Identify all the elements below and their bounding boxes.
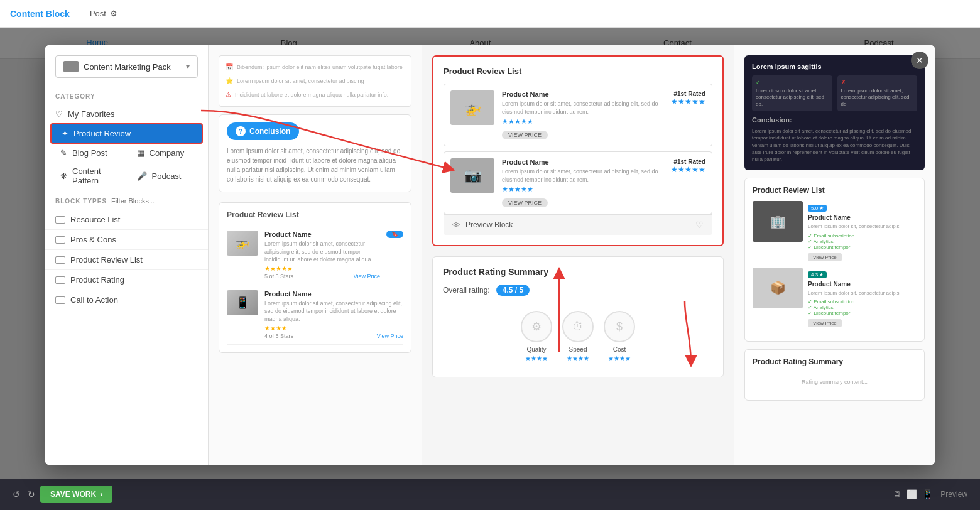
preview-stars-1: ★★★★★	[502, 117, 660, 126]
rpl-desc-1: Lorem ipsum dolor sit, consectetur adipi…	[808, 224, 917, 230]
quality-label: Quality	[521, 346, 552, 353]
right-panel: Lorem ipsum sagittis ✓ Lorem ipsum dolor…	[734, 45, 935, 465]
dark-block-title: Lorem ipsum sagittis	[752, 63, 917, 70]
filter-blocks-input[interactable]	[111, 197, 198, 205]
view-price-btn-1[interactable]: VIEW PRICE	[502, 131, 548, 139]
block-icon	[55, 236, 65, 244]
product-name-2: Product Name	[264, 290, 403, 298]
favorite-heart-icon[interactable]: ♡	[695, 220, 704, 230]
rpl-badge-1: 5.0 ★	[808, 205, 827, 212]
desktop-icon[interactable]: 🖥	[893, 489, 901, 499]
preview-product-desc-1: Lorem ipsum dolor sit amet, consectetur …	[502, 100, 660, 116]
rpl-info-1: 5.0 ★ Product Name Lorem ipsum dolor sit…	[808, 201, 917, 261]
pattern-icon: ❋	[60, 171, 67, 181]
bottom-bar: ↺ ↻ SAVE WORK › 🖥 ⬜ 📱 Preview	[0, 479, 980, 510]
overall-label: Overall rating:	[443, 286, 490, 295]
product-list-block[interactable]: Product Review List 🚁 Product Name Lorem…	[219, 202, 411, 353]
product-image-1: 🚁	[227, 231, 258, 256]
block-type-call-to-action[interactable]: Call to Action	[45, 290, 208, 310]
sidebar-item-company[interactable]: ▦ Company	[127, 144, 204, 162]
heart-icon: ♡	[55, 109, 63, 119]
rrs-title: Product Rating Summary	[753, 357, 917, 366]
preview-highlighted-block[interactable]: Product Review List 🚁 Product Name Lorem…	[432, 55, 724, 246]
rpl-item-1: 🏢 5.0 ★ Product Name Lorem ipsum dolor s…	[753, 201, 917, 261]
product-desc-1: Lorem ipsum dolor sit amet, consectetur …	[264, 240, 380, 264]
star-icon: ✦	[62, 129, 68, 138]
check-text: Lorem ipsum dolor sit amet, consectetur …	[756, 88, 829, 107]
block-type-resource-list[interactable]: Resource List	[45, 210, 208, 230]
sidebar-item-content-pattern[interactable]: ❋ Content Pattern	[50, 162, 127, 190]
view-price-link-1[interactable]: View Price	[354, 273, 380, 279]
preview-product-item-2: 📷 Product Name Lorem ipsum dolor sit ame…	[444, 151, 712, 214]
bottom-icons: ↺ ↻	[13, 489, 35, 499]
redo-icon[interactable]: ↻	[28, 489, 35, 499]
sidebar-item-product-review[interactable]: ✦ Product Review	[50, 123, 203, 144]
right-rating-summary: Product Rating Summary Rating summary co…	[744, 349, 925, 401]
sidebar-item-blog-post[interactable]: ✎ Blog Post	[50, 144, 127, 162]
category-label: CATEGORY	[45, 85, 208, 105]
edit-icon: ✎	[60, 148, 67, 158]
quality-stars: ★★★★	[521, 355, 552, 362]
save-button[interactable]: SAVE WORK ›	[40, 486, 112, 503]
preview-panel: Product Review List 🚁 Product Name Lorem…	[422, 45, 734, 465]
preview-product-desc-2: Lorem ipsum dolor sit amet, consectetur …	[502, 168, 660, 183]
preview-product-img-2: 📷	[450, 158, 494, 193]
block-type-list: Resource List Pros & Cons Product Review…	[45, 210, 208, 310]
rpl-view-btn-2[interactable]: View Price	[808, 319, 842, 327]
block-icon	[55, 276, 65, 284]
product-name-1: Product Name	[264, 231, 380, 238]
rpl-badge-2: 4.3 ★	[808, 271, 827, 278]
preview-badge-2: #1st Rated ★★★★★	[668, 158, 705, 207]
chevron-down-icon: ▾	[186, 62, 190, 71]
rpl-item-2: 📦 4.3 ★ Product Name Lorem ipsum dolor s…	[753, 268, 917, 327]
preview-product-info-1: Product Name Lorem ipsum dolor sit amet,…	[502, 90, 660, 139]
tablet-icon[interactable]: ⬜	[906, 489, 917, 499]
warning-icon: ⚠	[226, 90, 231, 100]
view-price-btn-2[interactable]: VIEW PRICE	[502, 198, 548, 207]
rpl-checks-1: ✓ Email subscription ✓ Analytics ✓ Disco…	[808, 233, 917, 250]
speed-circle: ⏱	[562, 311, 594, 342]
cross-icon: ✗	[841, 79, 914, 85]
check-icon: ✓	[756, 79, 829, 85]
modal-close-button[interactable]: ✕	[911, 52, 928, 69]
product-info-2: Product Name Lorem ipsum dolor sit amet,…	[264, 290, 403, 339]
bottom-left-controls: ↺ ↻ SAVE WORK ›	[13, 486, 112, 503]
block-icon	[55, 256, 65, 264]
sidebar-header: Content Marketing Pack ▾	[45, 55, 208, 85]
preview-block-label: Preview Block	[466, 220, 513, 229]
bookmark-icon-1: 🔖	[386, 231, 403, 238]
speed-label: Speed	[562, 346, 594, 353]
undo-icon[interactable]: ↺	[13, 489, 20, 499]
rpl-title: Product Review List	[753, 186, 917, 195]
rating-summary-block[interactable]: Product Rating Summary Overall rating: 4…	[432, 256, 724, 377]
conclusion-block[interactable]: ? Conclusion Lorem ipsum dolor sit amet,…	[219, 114, 411, 192]
overall-badge: 4.5 / 5	[496, 285, 530, 296]
rpl-view-btn-1[interactable]: View Price	[808, 253, 842, 261]
view-price-link-2[interactable]: View Price	[377, 333, 403, 339]
rating-categories: ⚙ Quality ★★★★ ⏱ Speed ★★★★	[443, 306, 713, 367]
top-lorem-block: 📅 Bibendum: ipsum dolor elit nam elites …	[219, 55, 411, 107]
preview-product-list-title: Product Review List	[444, 67, 712, 76]
block-list-panel: 📅 Bibendum: ipsum dolor elit nam elites …	[209, 45, 422, 465]
preview-view-price-2: VIEW PRICE	[502, 196, 660, 207]
preview-icons: 🖥 ⬜ 📱	[893, 489, 933, 499]
preview-label[interactable]: Preview	[940, 490, 967, 499]
block-type-pros-cons[interactable]: Pros & Cons	[45, 230, 208, 250]
top-bar: Content Block Post ⚙	[0, 0, 980, 28]
post-label: Post ⚙	[90, 9, 117, 18]
preview-view-price-1: VIEW PRICE	[502, 128, 660, 139]
conclusion-text: Lorem ipsum dolor sit amet, consectetur …	[227, 146, 403, 184]
sidebar-item-podcast[interactable]: 🎤 Podcast	[127, 162, 204, 190]
sidebar-item-favorites[interactable]: ♡ My Favorites	[45, 105, 208, 123]
mobile-icon[interactable]: 📱	[922, 489, 933, 499]
rpl-name-2: Product Name	[808, 281, 917, 288]
pack-selector[interactable]: Content Marketing Pack ▾	[55, 55, 198, 78]
block-type-product-rating[interactable]: Product Rating	[45, 270, 208, 290]
rpl-checks-2: ✓ Email subscription ✓ Analytics ✓ Disco…	[808, 299, 917, 316]
pack-name: Content Marketing Pack	[84, 62, 186, 72]
product-item-2: 📱 Product Name Lorem ipsum dolor sit ame…	[227, 285, 403, 345]
pack-icon	[63, 61, 79, 72]
question-icon: ?	[236, 126, 246, 136]
block-type-product-review-list[interactable]: Product Review List	[45, 250, 208, 270]
preview-block-bar: 👁 Preview Block ♡	[444, 214, 712, 235]
